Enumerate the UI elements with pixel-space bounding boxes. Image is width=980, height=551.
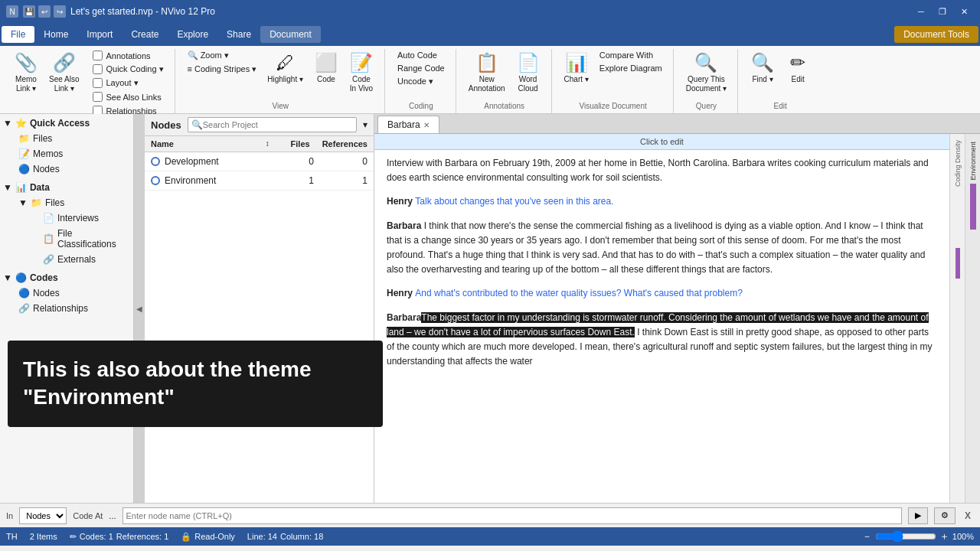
minimize-button[interactable]: ─ <box>911 4 931 19</box>
files-icon: 📁 <box>18 133 30 144</box>
quick-coding-checkbox[interactable] <box>93 64 103 74</box>
word-cloud-button[interactable]: 📄 WordCloud <box>511 49 545 96</box>
lock-icon: 🔒 <box>181 532 191 542</box>
new-annotation-button[interactable]: 📋 NewAnnotation <box>464 49 510 96</box>
save-icon[interactable]: 💾 <box>23 5 35 18</box>
close-button[interactable]: ✕ <box>954 4 974 19</box>
chevron-down-icon-data: ▼ <box>3 182 12 193</box>
status-items: 2 Items <box>30 532 57 541</box>
sidebar-item-nodes-codes[interactable]: 🔵 Nodes <box>12 285 133 301</box>
ribbon-group-query: 🔍 Query ThisDocument ▾ Query <box>675 49 738 113</box>
zoom-in-button[interactable]: ＋ <box>939 530 949 543</box>
doc-tab-close-button[interactable]: ✕ <box>423 121 430 129</box>
zoom-slider[interactable] <box>875 530 936 543</box>
node-name-submit-button[interactable]: ▶ <box>908 507 928 524</box>
table-row[interactable]: Environment 1 1 <box>145 171 374 191</box>
nodes-label-qa: Nodes <box>33 164 60 174</box>
zoom-button[interactable]: 🔍 Zoom ▾ <box>183 49 262 62</box>
code-button[interactable]: ⬜ Code <box>309 49 343 87</box>
document-text-area[interactable]: Interview with Barbara on February 19th,… <box>374 150 949 503</box>
uncode-button[interactable]: Uncode ▾ <box>393 75 449 88</box>
node-name-options-button[interactable]: ⚙ <box>934 507 956 524</box>
highlight-button[interactable]: 🖊 Highlight ▾ <box>263 49 308 87</box>
coding-stripes-button[interactable]: ≡ Coding Stripes ▾ <box>183 63 262 76</box>
sidebar: ▼ ⭐ Quick Access 📁 Files 📝 Memos 🔵 Nodes <box>0 114 134 503</box>
redo-icon[interactable]: ↪ <box>54 5 66 18</box>
quick-coding-toggle[interactable]: Quick Coding ▾ <box>88 63 168 76</box>
compare-with-button[interactable]: Compare With <box>595 49 667 61</box>
question-1-text: Talk about changes that you've seen in t… <box>415 196 613 207</box>
annotations-checkbox[interactable] <box>93 51 103 60</box>
see-also-link-button[interactable]: 🔗 See AlsoLink ▾ <box>44 49 83 96</box>
speaker-henry-1: Henry <box>387 196 415 207</box>
document-tab-barbara[interactable]: Barbara ✕ <box>377 116 439 133</box>
sidebar-item-externals[interactable]: 🔗 Externals <box>24 252 133 267</box>
nodes-column-headers: Name ↕ Files References <box>145 136 374 152</box>
find-button[interactable]: 🔍 Find ▾ <box>746 49 779 87</box>
memo-link-button[interactable]: 📎 MemoLink ▾ <box>9 49 43 96</box>
auto-code-button[interactable]: Auto Code <box>393 49 449 61</box>
nodes-search-input[interactable] <box>203 120 353 129</box>
node-files-environment: 1 <box>282 171 320 190</box>
nodes-select[interactable]: Nodes <box>19 507 67 524</box>
undo-icon[interactable]: ↩ <box>38 5 51 18</box>
doc-paragraph-q1: Henry Talk about changes that you've see… <box>387 194 937 209</box>
codes-label: Codes <box>30 272 58 283</box>
click-to-edit-bar[interactable]: Click to edit <box>374 134 949 150</box>
interviews-icon: 📄 <box>43 213 54 223</box>
bottom-close-button[interactable]: X <box>962 510 974 521</box>
menu-share[interactable]: Share <box>217 26 260 43</box>
document-content: Click to edit Interview with Barbara on … <box>374 134 980 503</box>
sidebar-item-interviews[interactable]: 📄 Interviews <box>24 210 133 226</box>
chart-button[interactable]: 📊 Chart ▾ <box>560 49 593 87</box>
nodes-panel: Nodes 🔍 ▾ Name ↕ Files References Develo… <box>145 114 374 503</box>
sidebar-item-files-data[interactable]: ▼ 📁 Files <box>12 195 133 210</box>
menu-import[interactable]: Import <box>77 26 122 43</box>
menu-home[interactable]: Home <box>34 26 77 43</box>
nodes-search-box[interactable]: 🔍 <box>188 117 357 132</box>
annotations-toggle[interactable]: Annotations <box>88 49 168 62</box>
sidebar-group-data[interactable]: ▼ 📊 Data <box>0 180 133 195</box>
doc-tab-name: Barbara <box>387 119 420 130</box>
menu-file[interactable]: File <box>2 26 34 43</box>
sidebar-item-relationships[interactable]: 🔗 Relationships <box>12 301 133 316</box>
sidebar-item-memos[interactable]: 📝 Memos <box>12 146 133 161</box>
table-row[interactable]: Development 0 0 <box>145 152 374 171</box>
speaker-henry-2: Henry <box>387 288 415 298</box>
explore-diagram-button[interactable]: Explore Diagram <box>595 62 667 74</box>
menu-document[interactable]: Document <box>260 26 321 43</box>
see-also-links-checkbox[interactable] <box>93 92 103 102</box>
zoom-out-button[interactable]: － <box>862 530 872 543</box>
sidebar-item-nodes-qa[interactable]: 🔵 Nodes <box>12 161 133 177</box>
node-circle-environment <box>151 176 160 185</box>
doc-paragraph-a2: BarbaraThe biggest factor in my understa… <box>387 311 937 370</box>
code-at-label: Code At <box>73 511 103 520</box>
view-group-label: View <box>273 100 289 113</box>
layout-checkbox[interactable] <box>93 78 103 88</box>
layout-toggle[interactable]: Layout ▾ <box>88 77 168 90</box>
sidebar-item-file-classifications[interactable]: 📋 File Classifications <box>24 226 133 252</box>
range-code-button[interactable]: Range Code <box>393 62 449 74</box>
code-in-vivo-button[interactable]: 📝 CodeIn Vivo <box>345 49 378 96</box>
node-name-input[interactable] <box>122 507 902 524</box>
menu-explore[interactable]: Explore <box>168 26 217 43</box>
nodes-dropdown-icon[interactable]: ▾ <box>363 119 368 130</box>
sidebar-group-codes[interactable]: ▼ 🔵 Codes <box>0 270 133 285</box>
main-area: ▼ ⭐ Quick Access 📁 Files 📝 Memos 🔵 Nodes <box>0 114 980 503</box>
node-name-environment: Environment <box>145 171 282 190</box>
sidebar-collapse-button[interactable]: ◀ <box>134 114 145 503</box>
chevron-right-icon: ▼ <box>18 197 28 208</box>
sidebar-item-files-qa[interactable]: 📁 Files <box>12 131 133 146</box>
see-also-links-toggle[interactable]: See Also Links <box>88 90 168 103</box>
relationships-label: Relationships <box>33 303 88 314</box>
query-this-document-button[interactable]: 🔍 Query ThisDocument ▾ <box>681 49 731 96</box>
menu-create[interactable]: Create <box>122 26 168 43</box>
edit-button[interactable]: ✏ Edit <box>781 49 815 87</box>
sidebar-group-quick-access[interactable]: ▼ ⭐ Quick Access <box>0 116 133 131</box>
quick-access-label: Quick Access <box>30 118 90 129</box>
restore-button[interactable]: ❐ <box>933 4 952 19</box>
density-marker <box>956 248 960 279</box>
ribbon-group-annotations: 📋 NewAnnotation 📄 WordCloud Annotations <box>458 49 552 113</box>
env-bar-fill <box>970 184 976 230</box>
app-icon: N <box>6 5 18 18</box>
